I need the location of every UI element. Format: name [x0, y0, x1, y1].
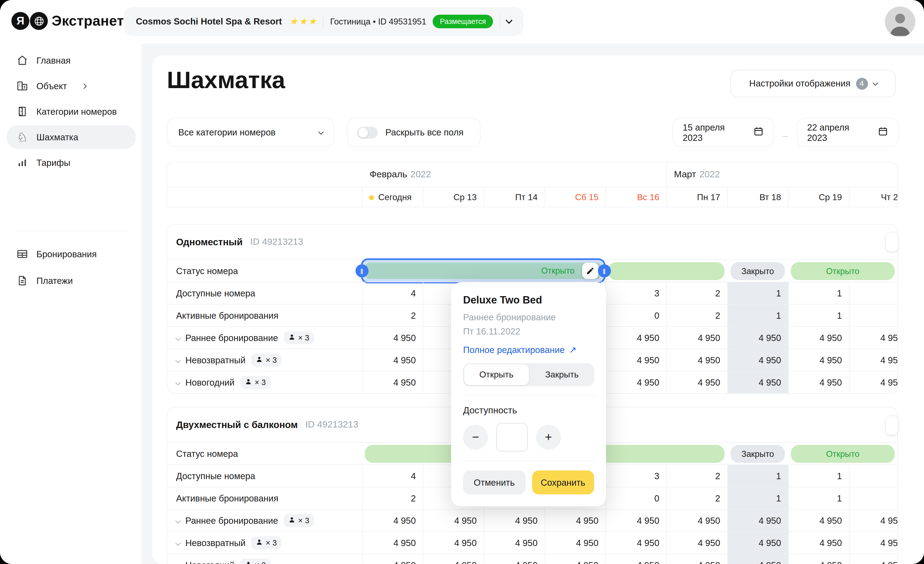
price-cell[interactable]: 4 950 — [544, 554, 606, 564]
count-cell[interactable]: 2 — [666, 487, 727, 509]
price-cell[interactable]: 4 950 — [362, 510, 423, 531]
price-cell[interactable]: 4 950 — [727, 510, 788, 531]
count-cell[interactable]: 2 — [666, 282, 727, 304]
price-cell[interactable]: 4 950 — [666, 349, 727, 371]
sidebar-item-bookings[interactable]: Бронирования — [6, 242, 136, 266]
availability-input[interactable] — [496, 423, 528, 451]
count-cell[interactable]: 1 — [788, 305, 849, 326]
status-bar-open[interactable]: Открыто — [791, 445, 895, 463]
hotel-selector[interactable]: Cosmos Sochi Hotel Spa & Resort ★★★ Гост… — [124, 7, 524, 36]
count-cell[interactable]: 4 — [362, 465, 423, 487]
price-cell[interactable]: 4 950 — [788, 532, 849, 553]
stepper-minus-button[interactable]: − — [463, 425, 488, 450]
chevron-down-icon[interactable] — [175, 562, 181, 564]
sidebar-item-chessboard[interactable]: ♘ Шахматка — [6, 125, 136, 149]
count-cell[interactable]: 1 — [727, 282, 788, 304]
price-cell[interactable]: 4 950 — [484, 510, 544, 531]
count-cell[interactable]: 3 — [606, 465, 666, 487]
user-avatar[interactable] — [885, 6, 915, 37]
count-cell[interactable]: 2 — [362, 487, 423, 509]
price-cell[interactable]: 4 950 — [788, 327, 849, 349]
price-cell[interactable]: 4 950 — [788, 371, 849, 393]
date-to-input[interactable]: 22 апреля 2023 — [797, 118, 898, 147]
status-bar-open[interactable]: Открыто — [791, 262, 895, 280]
price-cell[interactable]: 4 950 — [849, 554, 898, 564]
price-cell[interactable]: 4 950 — [362, 554, 423, 564]
price-cell[interactable]: 4 950 — [666, 327, 727, 349]
count-cell[interactable]: 0 — [606, 305, 666, 326]
count-cell[interactable]: 4 — [362, 282, 423, 304]
price-cell[interactable]: 4 950 — [606, 349, 666, 371]
count-cell[interactable]: 2 — [666, 465, 727, 487]
price-cell[interactable]: 4 950 — [849, 349, 898, 371]
price-cell[interactable]: 4 950 — [788, 510, 849, 531]
count-cell[interactable]: 1 — [788, 487, 849, 509]
price-cell[interactable]: 4 950 — [849, 371, 898, 393]
drag-handle-left[interactable]: ∥ — [356, 264, 369, 277]
count-cell[interactable] — [849, 487, 898, 509]
count-cell[interactable] — [849, 305, 898, 326]
sidebar-item-rates[interactable]: Тарифы — [6, 150, 136, 174]
status-bar-open[interactable] — [608, 262, 724, 280]
status-bar-open-selected[interactable]: Открыто∥∥ — [361, 258, 606, 283]
expand-all-toggle[interactable]: Раскрыть все поля — [347, 118, 480, 147]
price-cell[interactable]: 4 950 — [606, 532, 666, 553]
full-edit-link[interactable]: Полное редактирование ↗ — [463, 345, 594, 355]
count-cell[interactable]: 2 — [666, 305, 727, 326]
status-bar-closed[interactable]: Закрыто — [730, 262, 785, 280]
price-cell[interactable]: 4 950 — [362, 349, 423, 371]
sidebar-item-home[interactable]: Главная — [6, 48, 136, 72]
toggle-switch[interactable] — [357, 126, 378, 138]
count-cell[interactable]: 1 — [727, 465, 788, 487]
price-cell[interactable]: 4 950 — [666, 510, 727, 531]
price-cell[interactable]: 4 950 — [788, 349, 849, 371]
save-button[interactable]: Сохранить — [532, 471, 594, 494]
chevron-down-icon[interactable] — [175, 357, 181, 363]
count-cell[interactable]: 2 — [362, 305, 423, 326]
count-cell[interactable]: 3 — [606, 282, 666, 304]
price-cell[interactable]: 4 950 — [666, 532, 727, 553]
count-cell[interactable]: 1 — [788, 282, 849, 304]
count-cell[interactable]: 1 — [727, 305, 788, 326]
drag-handle-right[interactable]: ∥ — [598, 264, 611, 277]
price-cell[interactable]: 4 950 — [423, 510, 484, 531]
count-cell[interactable]: 0 — [606, 487, 666, 509]
price-cell[interactable]: 4 950 — [666, 554, 727, 564]
price-cell[interactable]: 4 950 — [849, 532, 898, 553]
price-cell[interactable]: 4 950 — [423, 554, 484, 564]
price-cell[interactable]: 4 950 — [606, 554, 666, 564]
price-cell[interactable]: 4 950 — [788, 554, 849, 564]
chevron-down-icon[interactable] — [175, 335, 181, 340]
price-cell[interactable]: 4 950 — [544, 510, 606, 531]
count-cell[interactable] — [849, 282, 898, 304]
count-cell[interactable] — [849, 465, 898, 487]
segment-open-button[interactable]: Открыть — [464, 364, 529, 385]
price-cell[interactable]: 4 950 — [727, 532, 788, 553]
sidebar-item-room-categories[interactable]: Категории номеров — [6, 99, 136, 123]
price-cell[interactable]: 4 950 — [423, 532, 484, 553]
price-cell[interactable]: 4 950 — [362, 532, 423, 553]
segment-close-button[interactable]: Закрыть — [530, 363, 594, 386]
price-cell[interactable]: 4 950 — [544, 532, 606, 553]
chevron-down-icon[interactable] — [175, 540, 181, 546]
scroll-right-button[interactable] — [886, 416, 898, 435]
display-settings-button[interactable]: Настройки отображения 4 — [730, 70, 896, 97]
price-cell[interactable]: 4 950 — [849, 510, 898, 531]
price-cell[interactable]: 4 950 — [606, 327, 666, 349]
price-cell[interactable]: 4 950 — [727, 327, 788, 349]
price-cell[interactable]: 4 950 — [484, 532, 544, 553]
count-cell[interactable]: 1 — [727, 487, 788, 509]
yandex-extranet-logo[interactable]: Я Экстранет — [11, 12, 124, 30]
price-cell[interactable]: 4 950 — [484, 554, 544, 564]
category-dropdown[interactable]: Все категории номеров — [167, 118, 334, 147]
count-cell[interactable]: 1 — [788, 465, 849, 487]
price-cell[interactable]: 4 950 — [362, 371, 423, 393]
cancel-button[interactable]: Отменить — [463, 471, 525, 494]
date-from-input[interactable]: 15 апреля 2023 — [672, 118, 774, 147]
price-cell[interactable]: 4 950 — [727, 349, 788, 371]
scroll-right-button[interactable] — [886, 233, 898, 251]
price-cell[interactable]: 4 950 — [727, 371, 788, 393]
price-cell[interactable]: 4 950 — [727, 554, 788, 564]
price-cell[interactable]: 4 950 — [666, 371, 727, 393]
chevron-down-icon[interactable] — [175, 518, 181, 523]
